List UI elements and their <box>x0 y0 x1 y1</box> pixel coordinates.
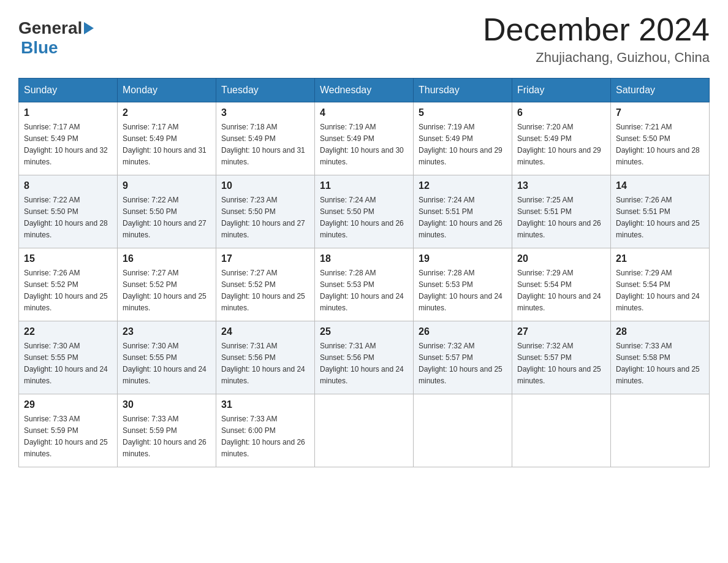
day-number: 27 <box>517 326 605 337</box>
calendar-cell: 29 Sunrise: 7:33 AMSunset: 5:59 PMDaylig… <box>19 394 118 467</box>
calendar-table: SundayMondayTuesdayWednesdayThursdayFrid… <box>18 78 710 467</box>
month-title: December 2024 <box>483 12 710 47</box>
day-info: Sunrise: 7:33 AMSunset: 5:59 PMDaylight:… <box>123 415 207 458</box>
day-info: Sunrise: 7:30 AMSunset: 5:55 PMDaylight:… <box>123 342 207 385</box>
day-number: 21 <box>616 253 704 264</box>
day-number: 2 <box>123 107 211 118</box>
day-number: 23 <box>123 326 211 337</box>
day-info: Sunrise: 7:29 AMSunset: 5:54 PMDaylight:… <box>616 269 700 312</box>
day-info: Sunrise: 7:19 AMSunset: 5:49 PMDaylight:… <box>320 123 404 166</box>
location-title: Zhujiachang, Guizhou, China <box>483 50 710 66</box>
day-info: Sunrise: 7:22 AMSunset: 5:50 PMDaylight:… <box>123 196 207 239</box>
day-number: 8 <box>24 180 112 191</box>
day-number: 3 <box>221 107 309 118</box>
day-number: 30 <box>123 399 211 410</box>
calendar-cell: 18 Sunrise: 7:28 AMSunset: 5:53 PMDaylig… <box>315 248 414 321</box>
calendar-cell: 27 Sunrise: 7:32 AMSunset: 5:57 PMDaylig… <box>512 321 611 394</box>
day-info: Sunrise: 7:27 AMSunset: 5:52 PMDaylight:… <box>221 269 305 312</box>
calendar-cell: 8 Sunrise: 7:22 AMSunset: 5:50 PMDayligh… <box>19 175 118 248</box>
calendar-cell: 11 Sunrise: 7:24 AMSunset: 5:50 PMDaylig… <box>315 175 414 248</box>
header-tuesday: Tuesday <box>216 79 315 102</box>
day-info: Sunrise: 7:26 AMSunset: 5:52 PMDaylight:… <box>24 269 108 312</box>
week-row-1: 1 Sunrise: 7:17 AMSunset: 5:49 PMDayligh… <box>19 102 710 175</box>
day-info: Sunrise: 7:23 AMSunset: 5:50 PMDaylight:… <box>221 196 305 239</box>
calendar-cell: 20 Sunrise: 7:29 AMSunset: 5:54 PMDaylig… <box>512 248 611 321</box>
day-info: Sunrise: 7:33 AMSunset: 5:58 PMDaylight:… <box>616 342 700 385</box>
day-number: 31 <box>221 399 309 410</box>
day-number: 4 <box>320 107 408 118</box>
calendar-cell: 16 Sunrise: 7:27 AMSunset: 5:52 PMDaylig… <box>118 248 216 321</box>
day-number: 14 <box>616 180 704 191</box>
day-number: 5 <box>419 107 507 118</box>
day-number: 20 <box>517 253 605 264</box>
day-info: Sunrise: 7:19 AMSunset: 5:49 PMDaylight:… <box>419 123 502 166</box>
calendar-cell: 10 Sunrise: 7:23 AMSunset: 5:50 PMDaylig… <box>216 175 315 248</box>
day-number: 13 <box>517 180 605 191</box>
logo-blue-text: Blue <box>21 38 58 57</box>
logo-arrow-icon <box>84 22 94 34</box>
header-monday: Monday <box>118 79 216 102</box>
calendar-cell: 23 Sunrise: 7:30 AMSunset: 5:55 PMDaylig… <box>118 321 216 394</box>
calendar-cell: 7 Sunrise: 7:21 AMSunset: 5:50 PMDayligh… <box>611 102 710 175</box>
page-header: General Blue December 2024 Zhujiachang, … <box>18 12 710 66</box>
calendar-cell: 28 Sunrise: 7:33 AMSunset: 5:58 PMDaylig… <box>611 321 710 394</box>
day-info: Sunrise: 7:26 AMSunset: 5:51 PMDaylight:… <box>616 196 700 239</box>
calendar-cell <box>414 394 512 467</box>
day-number: 28 <box>616 326 704 337</box>
day-number: 10 <box>221 180 309 191</box>
day-info: Sunrise: 7:29 AMSunset: 5:54 PMDaylight:… <box>517 269 601 312</box>
day-info: Sunrise: 7:17 AMSunset: 5:49 PMDaylight:… <box>24 123 108 166</box>
calendar-cell: 3 Sunrise: 7:18 AMSunset: 5:49 PMDayligh… <box>216 102 315 175</box>
title-section: December 2024 Zhujiachang, Guizhou, Chin… <box>483 12 710 66</box>
day-info: Sunrise: 7:18 AMSunset: 5:49 PMDaylight:… <box>221 123 305 166</box>
day-number: 18 <box>320 253 408 264</box>
day-info: Sunrise: 7:21 AMSunset: 5:50 PMDaylight:… <box>616 123 700 166</box>
day-number: 17 <box>221 253 309 264</box>
calendar-cell: 2 Sunrise: 7:17 AMSunset: 5:49 PMDayligh… <box>118 102 216 175</box>
day-number: 26 <box>419 326 507 337</box>
day-info: Sunrise: 7:31 AMSunset: 5:56 PMDaylight:… <box>320 342 404 385</box>
calendar-cell: 19 Sunrise: 7:28 AMSunset: 5:53 PMDaylig… <box>414 248 512 321</box>
header-saturday: Saturday <box>611 79 710 102</box>
day-info: Sunrise: 7:32 AMSunset: 5:57 PMDaylight:… <box>517 342 601 385</box>
calendar-cell: 22 Sunrise: 7:30 AMSunset: 5:55 PMDaylig… <box>19 321 118 394</box>
calendar-cell: 4 Sunrise: 7:19 AMSunset: 5:49 PMDayligh… <box>315 102 414 175</box>
header-sunday: Sunday <box>19 79 118 102</box>
logo-general-text: General <box>18 18 82 38</box>
calendar-cell: 31 Sunrise: 7:33 AMSunset: 6:00 PMDaylig… <box>216 394 315 467</box>
calendar-cell: 24 Sunrise: 7:31 AMSunset: 5:56 PMDaylig… <box>216 321 315 394</box>
day-info: Sunrise: 7:17 AMSunset: 5:49 PMDaylight:… <box>123 123 207 166</box>
day-info: Sunrise: 7:32 AMSunset: 5:57 PMDaylight:… <box>419 342 502 385</box>
calendar-cell: 13 Sunrise: 7:25 AMSunset: 5:51 PMDaylig… <box>512 175 611 248</box>
calendar-cell: 17 Sunrise: 7:27 AMSunset: 5:52 PMDaylig… <box>216 248 315 321</box>
calendar-cell: 15 Sunrise: 7:26 AMSunset: 5:52 PMDaylig… <box>19 248 118 321</box>
calendar-cell: 25 Sunrise: 7:31 AMSunset: 5:56 PMDaylig… <box>315 321 414 394</box>
header-wednesday: Wednesday <box>315 79 414 102</box>
calendar-cell: 30 Sunrise: 7:33 AMSunset: 5:59 PMDaylig… <box>118 394 216 467</box>
day-number: 6 <box>517 107 605 118</box>
day-number: 9 <box>123 180 211 191</box>
day-info: Sunrise: 7:28 AMSunset: 5:53 PMDaylight:… <box>320 269 404 312</box>
day-info: Sunrise: 7:24 AMSunset: 5:51 PMDaylight:… <box>419 196 502 239</box>
calendar-cell: 21 Sunrise: 7:29 AMSunset: 5:54 PMDaylig… <box>611 248 710 321</box>
week-row-4: 22 Sunrise: 7:30 AMSunset: 5:55 PMDaylig… <box>19 321 710 394</box>
day-number: 22 <box>24 326 112 337</box>
calendar-cell <box>611 394 710 467</box>
day-info: Sunrise: 7:25 AMSunset: 5:51 PMDaylight:… <box>517 196 601 239</box>
week-row-5: 29 Sunrise: 7:33 AMSunset: 5:59 PMDaylig… <box>19 394 710 467</box>
day-number: 24 <box>221 326 309 337</box>
day-info: Sunrise: 7:33 AMSunset: 6:00 PMDaylight:… <box>221 415 305 458</box>
header-thursday: Thursday <box>414 79 512 102</box>
day-number: 29 <box>24 399 112 410</box>
week-row-3: 15 Sunrise: 7:26 AMSunset: 5:52 PMDaylig… <box>19 248 710 321</box>
calendar-cell: 26 Sunrise: 7:32 AMSunset: 5:57 PMDaylig… <box>414 321 512 394</box>
day-info: Sunrise: 7:30 AMSunset: 5:55 PMDaylight:… <box>24 342 108 385</box>
day-number: 15 <box>24 253 112 264</box>
day-number: 11 <box>320 180 408 191</box>
logo: General Blue <box>18 12 96 58</box>
day-info: Sunrise: 7:31 AMSunset: 5:56 PMDaylight:… <box>221 342 305 385</box>
calendar-cell: 9 Sunrise: 7:22 AMSunset: 5:50 PMDayligh… <box>118 175 216 248</box>
calendar-cell <box>512 394 611 467</box>
day-number: 7 <box>616 107 704 118</box>
calendar-cell: 12 Sunrise: 7:24 AMSunset: 5:51 PMDaylig… <box>414 175 512 248</box>
